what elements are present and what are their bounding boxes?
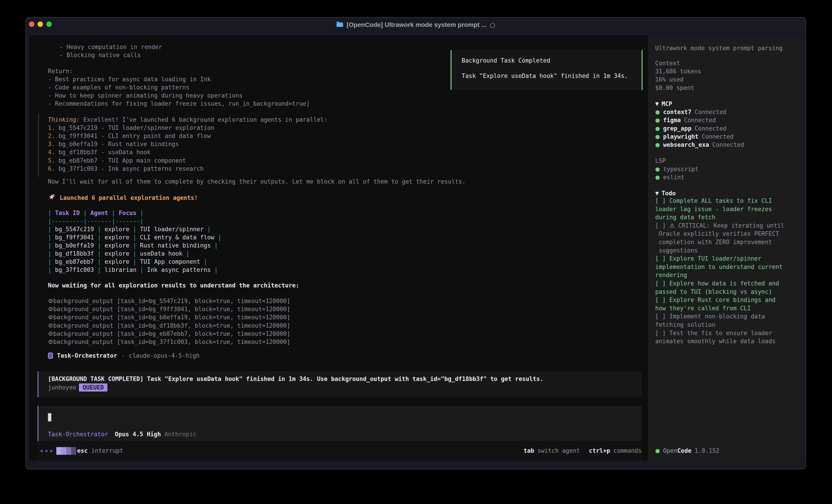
tool-call-text: background_output [task_id=bg_f9ff3041, … [53,306,290,312]
status-dot: ● [655,165,660,173]
transcript-line: - Recommendations for fixing loader free… [48,100,310,108]
spinner-cell [56,447,61,455]
screen: [OpenCode] Ultrawork mode system prompt … [0,0,832,504]
todo-item: [ ] Implement non-blocking data fetching… [655,312,803,329]
list-number: 2. [48,133,55,139]
tool-call-text: background_output [task_id=bg_5547c219, … [53,298,290,304]
tool-call: ⚙background_output [task_id=bg_37f1c003,… [48,338,290,346]
status-dot: ● [655,141,660,149]
context-tokens: 31,686 tokens [655,67,701,76]
todo-checkbox: [ ] [655,297,670,303]
rocket-icon [48,193,56,203]
list-text: bg_5547c219 - TUI loader/spinner explora… [55,124,214,131]
mcp-status: Connected [712,141,744,149]
tool-call: ⚙background_output [task_id=bg_eb87ebb7,… [48,330,290,338]
session-title: Ultrawork mode system prompt parsing [655,44,783,52]
agent-status-line: Task-Orchestrator · claude-opus-4-5-high [48,352,200,360]
list-text: bg_f9ff3041 - CLI entry point and data f… [55,133,211,139]
text-cursor [48,413,51,421]
tool-call-text: background_output [task_id=bg_b0effa19, … [53,314,290,320]
thinking-intro: Thinking: Excellent! I've launched 6 bac… [48,116,328,124]
queued-badge: QUEUED [79,384,107,392]
mcp-heading: MCP [661,100,672,108]
context-used: 16% used [655,76,683,84]
ctrlp-label: commands [614,447,642,455]
launch-banner-text: Launched 6 parallel exploration agents! [60,194,198,202]
todo-checkbox: [ ] [655,313,670,320]
lsp-name: typescript [663,165,699,173]
thinking-list-item: 1. bg_5547c219 - TUI loader/spinner expl… [48,124,214,132]
warning-icon: ⚠ [670,222,675,229]
table-separator: |---------|-------|-------| [48,217,144,225]
list-number: 5. [48,157,55,164]
esc-hint: esc interrupt [77,447,123,455]
transcript-line: - Heavy computation in render [59,43,162,51]
gear-icon: ⚙ [48,306,53,312]
table-row: | bg_eb87ebb7 | explore | TUI App compon… [48,258,207,266]
tool-call-text: background_output [task_id=bg_eb87ebb7, … [53,330,290,337]
agent-name: Task-Orchestrator [57,352,117,360]
window-title: [OpenCode] Ultrawork mode system prompt … [346,21,487,28]
mcp-section-header[interactable]: ▼ MCP [655,100,672,108]
input-agent-label[interactable]: Task-Orchestrator [48,430,108,438]
gear-icon: ⚙ [48,338,53,345]
gear-icon: ⚙ [48,322,53,329]
table-row: | bg_f9ff3041 | explore | CLI entry & da… [48,233,222,242]
spinner-dot [50,450,52,452]
spinner-cell [61,447,66,455]
mcp-item: ●grep_appConnected [655,124,726,133]
todo-list: [ ] Complete ALL tasks to fix CLI loader… [655,197,803,345]
input-provider-label: Anthropic [164,430,197,438]
thinking-block-border [38,114,39,177]
toast-title: Background Task Completed [462,56,642,64]
gear-icon: ⚙ [48,330,53,337]
thinking-list-item: 6. bg_37f1c003 - Ink async patterns rese… [48,165,204,173]
agent-model: claude-opus-4-5-high [129,352,200,360]
list-number: 3. [48,141,55,147]
todo-item: [ ] Explore how data is fetched and pass… [655,279,803,296]
gear-icon: ⚙ [48,314,53,320]
todo-item: [ ] Explore TUI loader/spinner implement… [655,254,803,279]
agent-icon [48,353,53,359]
transcript-line: - Blocking native calls [59,51,141,59]
mcp-item: ●figmaConnected [655,116,716,124]
tool-call: ⚙background_output [task_id=bg_b0effa19,… [48,313,290,321]
spinner-cell [71,447,76,455]
todo-checkbox: [ ] [655,280,670,287]
esc-key: esc [77,447,88,455]
mcp-status: Connected [695,124,726,133]
table-row: | bg_37f1c003 | librarian | Ink async pa… [48,266,218,274]
context-heading: Context [655,59,680,67]
thinking-intro-text: Excellent! I've launched 6 background ex… [80,116,328,123]
toast-notification[interactable]: Background Task Completed Task "Explore … [450,50,643,90]
queued-author: junhoyeo [48,384,76,391]
list-text: bg_df18bb3f - useData hook [55,149,151,156]
mcp-name: playwright [663,133,699,141]
spinner-dot [46,450,48,452]
mcp-status: Connected [702,133,734,141]
todo-checkbox: [ ] [655,222,670,229]
mcp-name: figma [663,116,681,124]
transcript-line: - Best practices for async data loading … [48,75,211,83]
todo-section-header[interactable]: ▼ Todo [655,189,676,197]
todo-heading: Todo [661,189,676,197]
queued-message-text: [BACKGROUND TASK COMPLETED] Task "Explor… [48,375,543,383]
tool-call-text: background_output [task_id=bg_df18bb3f, … [53,322,290,329]
tool-call: ⚙background_output [task_id=bg_df18bb3f,… [48,321,290,330]
todo-item: [ ] ⚠ CRITICAL: Keep iterating until Ora… [655,222,803,254]
table-row: | bg_b0effa19 | explore | Rust native bi… [48,242,218,250]
list-number: 6. [48,165,55,172]
tab-key: tab [524,447,534,455]
todo-checkbox: [ ] [655,330,670,336]
todo-text: Implement non-blocking data fetching sol… [655,313,765,328]
brand: OpenCode [663,447,692,455]
thinking-list-item: 3. bg_b0effa19 - Rust native bindings [48,140,179,148]
collapse-icon: ▼ [655,189,659,197]
keyboard-hints: tab switch agent ctrl+p commands [524,447,642,455]
list-text: bg_37f1c003 - Ink async patterns researc… [55,165,204,172]
collapse-icon: ▼ [655,100,659,108]
todo-checkbox: [ ] [655,197,670,204]
todo-text: CRITICAL: Keep iterating until Oracle ex… [655,222,784,254]
input-model-label[interactable]: Opus 4.5 High [115,430,161,438]
mcp-item: ●context7Connected [655,108,726,116]
